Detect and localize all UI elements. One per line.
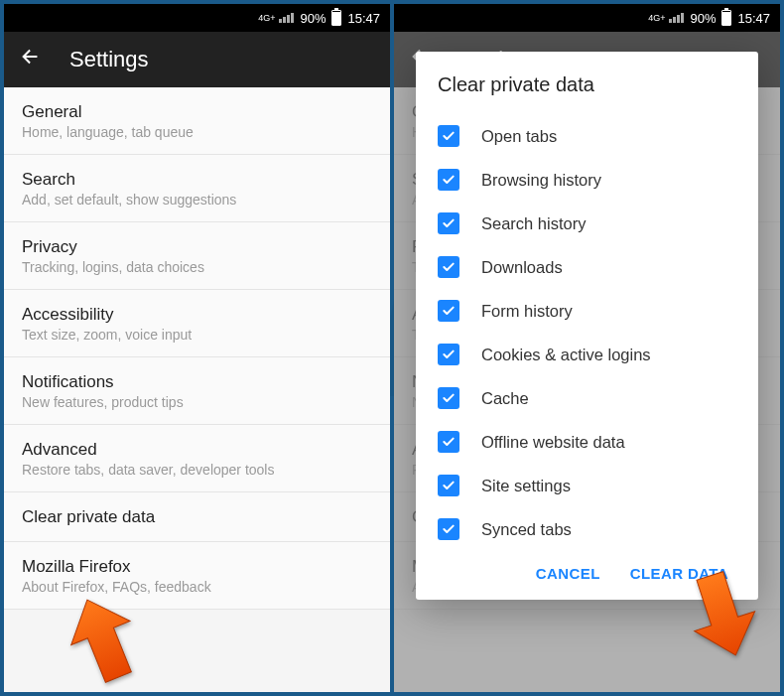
cancel-button[interactable]: Cancel [536,565,600,582]
status-bar: 4G+ 90% 15:47 [4,4,390,32]
check-label: Cookies & active logins [481,346,651,364]
left-screen: 4G+ 90% 15:47 Settings General Home, lan… [4,4,390,692]
item-subtitle: Add, set default, show suggestions [22,192,372,208]
check-label: Offline website data [481,433,625,452]
item-subtitle: Restore tabs, data saver, developer tool… [22,462,372,478]
item-subtitle: New features, product tips [22,394,372,410]
check-form-history[interactable]: Form history [438,289,736,333]
clock: 15:47 [347,11,380,26]
check-open-tabs[interactable]: Open tabs [438,114,736,158]
checkbox-checked-icon[interactable] [438,344,459,365]
item-title: Notifications [22,372,372,392]
checkbox-checked-icon[interactable] [438,387,459,409]
item-title: Clear private data [22,507,372,527]
dual-screenshot-frame: 4G+ 90% 15:47 Settings General Home, lan… [0,0,784,696]
check-label: Downloads [481,258,563,277]
item-title: Accessibility [22,305,372,325]
check-offline-data[interactable]: Offline website data [438,420,736,464]
network-label: 4G+ [648,13,665,23]
item-title: Advanced [22,440,372,460]
settings-list: General Home, language, tab queue Search… [4,87,390,610]
dialog-actions: Cancel Clear data [438,551,736,590]
item-subtitle: Text size, zoom, voice input [22,327,372,343]
item-title: Search [22,170,372,190]
battery-icon [721,10,731,26]
status-bar: 4G+ 90% 15:47 [394,4,780,32]
checkbox-checked-icon[interactable] [438,475,459,496]
check-cookies[interactable]: Cookies & active logins [438,333,736,376]
check-label: Browsing history [481,171,601,190]
page-title: Settings [69,47,149,72]
checkbox-checked-icon[interactable] [438,256,459,278]
checkbox-checked-icon[interactable] [438,518,459,540]
signal-icon [279,13,294,23]
check-synced-tabs[interactable]: Synced tabs [438,507,736,551]
checkbox-checked-icon[interactable] [438,212,459,234]
clock: 15:47 [737,11,770,26]
checkbox-checked-icon[interactable] [438,169,459,191]
check-label: Synced tabs [481,520,572,539]
check-label: Open tabs [481,127,557,146]
check-cache[interactable]: Cache [438,376,736,420]
battery-percent: 90% [690,11,716,26]
settings-item-accessibility[interactable]: Accessibility Text size, zoom, voice inp… [4,290,390,357]
clear-private-data-dialog: Clear private data Open tabs Browsing hi… [416,52,758,600]
settings-item-general[interactable]: General Home, language, tab queue [4,87,390,155]
checkbox-checked-icon[interactable] [438,300,459,322]
check-label: Form history [481,302,573,321]
settings-item-mozilla-firefox[interactable]: Mozilla Firefox About Firefox, FAQs, fee… [4,542,390,610]
check-downloads[interactable]: Downloads [438,245,736,289]
battery-percent: 90% [300,11,326,26]
check-label: Cache [481,389,529,408]
network-label: 4G+ [258,13,275,23]
settings-item-clear-private-data[interactable]: Clear private data [4,492,390,542]
settings-item-search[interactable]: Search Add, set default, show suggestion… [4,155,390,222]
settings-item-notifications[interactable]: Notifications New features, product tips [4,357,390,425]
settings-item-advanced[interactable]: Advanced Restore tabs, data saver, devel… [4,425,390,492]
clear-data-button[interactable]: Clear data [630,565,728,582]
item-title: Mozilla Firefox [22,557,372,577]
check-label: Search history [481,214,586,233]
settings-item-privacy[interactable]: Privacy Tracking, logins, data choices [4,222,390,290]
check-site-settings[interactable]: Site settings [438,464,736,507]
dialog-title: Clear private data [438,73,736,96]
item-subtitle: Home, language, tab queue [22,124,372,140]
item-title: General [22,102,372,122]
item-subtitle: About Firefox, FAQs, feedback [22,579,372,595]
checkbox-checked-icon[interactable] [438,125,459,147]
signal-icon [669,13,684,23]
back-arrow-icon[interactable] [20,46,42,73]
right-screen: 4G+ 90% 15:47 Settings GeneralHome, lang… [394,4,780,692]
check-label: Site settings [481,477,571,495]
item-title: Privacy [22,237,372,257]
battery-icon [331,10,341,26]
item-subtitle: Tracking, logins, data choices [22,259,372,275]
check-browsing-history[interactable]: Browsing history [438,158,736,202]
checkbox-checked-icon[interactable] [438,431,459,453]
check-search-history[interactable]: Search history [438,202,736,245]
app-bar: Settings [4,32,390,87]
